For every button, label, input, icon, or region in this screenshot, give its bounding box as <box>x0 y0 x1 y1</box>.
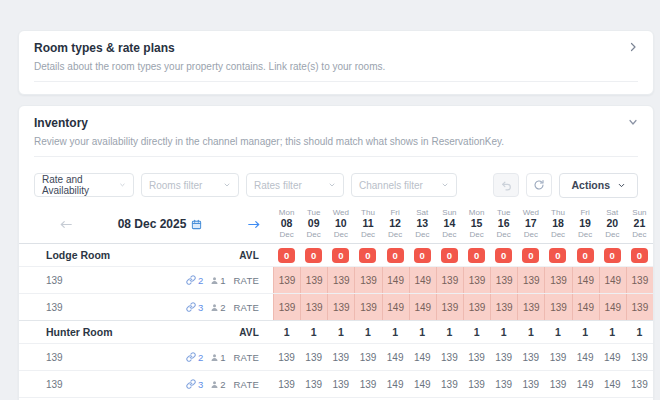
rate-cell[interactable]: 139 <box>327 294 354 320</box>
refresh-button[interactable] <box>526 173 552 197</box>
availability-cell[interactable]: 0 <box>626 244 653 266</box>
availability-cell[interactable]: 1 <box>354 321 381 343</box>
availability-cell[interactable]: 0 <box>572 244 599 266</box>
rates-filter-select[interactable]: Rates filter <box>246 173 344 197</box>
rate-cell[interactable]: 139 <box>517 267 544 293</box>
rate-cell[interactable]: 139 <box>626 344 653 370</box>
availability-cell[interactable]: 1 <box>544 321 571 343</box>
availability-cell[interactable]: 0 <box>409 244 436 266</box>
availability-cell[interactable]: 1 <box>626 321 653 343</box>
rate-cell[interactable]: 149 <box>572 294 599 320</box>
rate-cell[interactable]: 149 <box>409 267 436 293</box>
availability-cell[interactable]: 0 <box>327 244 354 266</box>
rate-cell[interactable]: 139 <box>544 267 571 293</box>
rate-cell[interactable]: 139 <box>626 267 653 293</box>
linked-channels-indicator[interactable]: 3 <box>186 379 203 390</box>
rate-cell[interactable]: 139 <box>436 267 463 293</box>
rate-cell[interactable]: 149 <box>572 371 599 397</box>
date-picker-value[interactable]: 08 Dec 2025 <box>118 217 187 231</box>
availability-cell[interactable]: 1 <box>300 321 327 343</box>
rate-cell[interactable]: 139 <box>300 294 327 320</box>
rate-cell[interactable]: 149 <box>599 344 626 370</box>
undo-button[interactable] <box>493 173 519 197</box>
rate-cell[interactable]: 139 <box>300 344 327 370</box>
rate-cell[interactable]: 139 <box>354 344 381 370</box>
rate-cell[interactable]: 139 <box>463 294 490 320</box>
availability-cell[interactable]: 1 <box>463 321 490 343</box>
rate-cell[interactable]: 149 <box>409 371 436 397</box>
rate-cell[interactable]: 139 <box>463 267 490 293</box>
rate-cell[interactable]: 139 <box>490 371 517 397</box>
rooms-filter-select[interactable]: Rooms filter <box>141 173 239 197</box>
availability-cell[interactable]: 1 <box>490 321 517 343</box>
rate-cell[interactable]: 139 <box>273 267 300 293</box>
rate-cell[interactable]: 149 <box>572 267 599 293</box>
linked-channels-indicator[interactable]: 2 <box>186 352 203 363</box>
rate-cell[interactable]: 149 <box>382 294 409 320</box>
availability-cell[interactable]: 0 <box>273 244 300 266</box>
linked-channels-indicator[interactable]: 3 <box>186 302 203 313</box>
availability-cell[interactable]: 1 <box>436 321 463 343</box>
availability-cell[interactable]: 1 <box>599 321 626 343</box>
rate-cell[interactable]: 139 <box>273 294 300 320</box>
rate-cell[interactable]: 149 <box>382 267 409 293</box>
availability-cell[interactable]: 0 <box>463 244 490 266</box>
availability-cell[interactable]: 0 <box>354 244 381 266</box>
rate-cell[interactable]: 139 <box>436 371 463 397</box>
rate-cell[interactable]: 139 <box>626 294 653 320</box>
rate-cell[interactable]: 149 <box>409 294 436 320</box>
rate-cell[interactable]: 139 <box>463 371 490 397</box>
rate-cell[interactable]: 149 <box>572 344 599 370</box>
rate-cell[interactable]: 139 <box>327 267 354 293</box>
rate-cell[interactable]: 149 <box>382 371 409 397</box>
rate-cell[interactable]: 139 <box>517 294 544 320</box>
rate-cell[interactable]: 139 <box>327 344 354 370</box>
rate-cell[interactable]: 149 <box>599 371 626 397</box>
rate-cell[interactable]: 139 <box>490 294 517 320</box>
linked-channels-indicator[interactable]: 2 <box>186 275 203 286</box>
rate-cell[interactable]: 139 <box>544 344 571 370</box>
next-period-button[interactable] <box>247 219 261 230</box>
rate-cell[interactable]: 139 <box>463 344 490 370</box>
actions-button[interactable]: Actions <box>559 173 638 198</box>
rate-cell[interactable]: 139 <box>490 267 517 293</box>
rate-cell[interactable]: 139 <box>327 371 354 397</box>
availability-cell[interactable]: 0 <box>490 244 517 266</box>
rate-cell[interactable]: 139 <box>354 267 381 293</box>
availability-cell[interactable]: 1 <box>327 321 354 343</box>
previous-period-button[interactable] <box>59 219 73 230</box>
rate-plan-name[interactable]: 139 <box>46 352 63 363</box>
availability-cell[interactable]: 1 <box>572 321 599 343</box>
rate-cell[interactable]: 139 <box>544 371 571 397</box>
rate-cell[interactable]: 139 <box>436 344 463 370</box>
rate-plan-name[interactable]: 139 <box>46 379 63 390</box>
availability-cell[interactable]: 0 <box>544 244 571 266</box>
rate-cell[interactable]: 139 <box>273 371 300 397</box>
rate-cell[interactable]: 139 <box>436 294 463 320</box>
rate-cell[interactable]: 139 <box>300 371 327 397</box>
rate-plan-name[interactable]: 139 <box>46 275 63 286</box>
rate-cell[interactable]: 139 <box>354 371 381 397</box>
availability-cell[interactable]: 0 <box>300 244 327 266</box>
rate-cell[interactable]: 149 <box>599 294 626 320</box>
rate-cell[interactable]: 149 <box>409 344 436 370</box>
rate-plan-name[interactable]: 139 <box>46 302 63 313</box>
availability-cell[interactable]: 1 <box>517 321 544 343</box>
rate-cell[interactable]: 139 <box>544 294 571 320</box>
availability-cell[interactable]: 0 <box>436 244 463 266</box>
availability-cell[interactable]: 0 <box>517 244 544 266</box>
availability-cell[interactable]: 1 <box>273 321 300 343</box>
rate-cell[interactable]: 139 <box>490 344 517 370</box>
view-select[interactable]: Rate and Availability <box>34 173 134 197</box>
calendar-icon[interactable] <box>191 219 202 230</box>
rate-cell[interactable]: 139 <box>300 267 327 293</box>
availability-cell[interactable]: 0 <box>599 244 626 266</box>
chevron-down-icon[interactable] <box>627 116 639 128</box>
rate-cell[interactable]: 149 <box>599 267 626 293</box>
availability-cell[interactable]: 1 <box>382 321 409 343</box>
availability-cell[interactable]: 0 <box>382 244 409 266</box>
rate-cell[interactable]: 139 <box>273 344 300 370</box>
rate-cell[interactable]: 139 <box>517 344 544 370</box>
channels-filter-select[interactable]: Channels filter <box>351 173 457 197</box>
availability-cell[interactable]: 1 <box>409 321 436 343</box>
